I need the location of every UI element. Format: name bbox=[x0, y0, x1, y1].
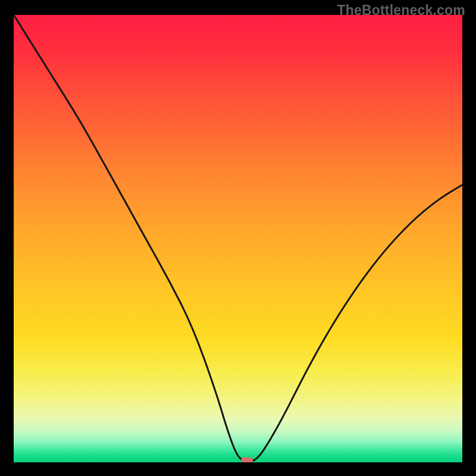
chart-stage: TheBottleneck.com bbox=[0, 0, 476, 476]
bottleneck-curve bbox=[14, 15, 462, 462]
watermark-text: TheBottleneck.com bbox=[337, 2, 465, 18]
plot-area bbox=[14, 15, 462, 462]
optimal-point-marker bbox=[241, 458, 253, 463]
